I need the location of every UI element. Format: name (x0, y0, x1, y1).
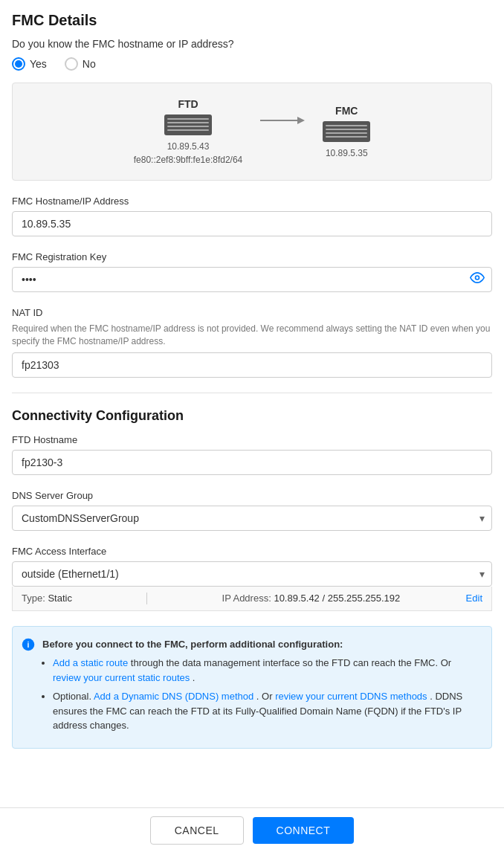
ftd-hostname-section: FTD Hostname (12, 434, 492, 475)
info-banner-list: Add a static route through the data mana… (42, 656, 481, 733)
ftd-ip2: fe80::2ef8:9bff:fe1e:8fd2/64 (134, 155, 243, 165)
nat-id-sublabel: Required when the FMC hostname/IP addres… (12, 323, 492, 348)
connect-button[interactable]: CONNECT (253, 817, 355, 844)
radio-group: Yes No (12, 57, 492, 71)
dns-server-group-label: DNS Server Group (12, 490, 492, 501)
svg-rect-11 (326, 136, 367, 138)
info-banner-item-1: Optional. Add a Dynamic DNS (DDNS) metho… (53, 689, 481, 733)
info-banner: i Before you connect to the FMC, perform… (12, 626, 492, 749)
svg-rect-10 (326, 132, 367, 134)
svg-marker-6 (297, 117, 305, 124)
fmc-access-interface-label: FMC Access Interface (12, 546, 492, 557)
fmc-access-interface-select[interactable]: outside (Ethernet1/1) inside (Ethernet1/… (12, 561, 492, 587)
fmc-label: FMC (335, 105, 358, 117)
fmc-reg-key-input[interactable] (12, 267, 492, 292)
fmc-hostname-input[interactable] (12, 211, 492, 236)
interface-ip-value: 10.89.5.42 / 255.255.255.192 (274, 593, 400, 604)
svg-text:i: i (28, 639, 30, 648)
ftd-icon (164, 113, 212, 138)
page-title: FMC Details (12, 12, 492, 29)
fmc-reg-key-label: FMC Registration Key (12, 251, 492, 262)
arrow-icon (260, 113, 305, 150)
info-item-0-text: through the data management interface so… (131, 657, 451, 668)
review-static-routes-link[interactable]: review your current static routes (53, 672, 190, 683)
ftd-device: FTD 10.89.5.43 fe80::2ef8:9bff:fe1e:8fd2… (134, 98, 243, 165)
fmc-reg-key-section: FMC Registration Key (12, 251, 492, 292)
nat-id-input[interactable] (12, 352, 492, 378)
info-circle-icon: i (22, 638, 35, 738)
connectivity-section-title: Connectivity Configuration (12, 408, 492, 424)
nat-id-label: NAT ID (12, 307, 492, 318)
radio-yes-circle[interactable] (12, 57, 25, 71)
info-item-0-suffix: . (193, 672, 196, 683)
network-diagram: FTD 10.89.5.43 fe80::2ef8:9bff:fe1e:8fd2… (12, 83, 492, 181)
interface-ip-label: IP Address: (222, 593, 271, 604)
svg-rect-7 (323, 121, 370, 142)
interface-edit-link[interactable]: Edit (466, 593, 482, 604)
info-item-1-prefix: Optional. (53, 691, 94, 702)
nat-id-section: NAT ID Required when the FMC hostname/IP… (12, 307, 492, 378)
info-banner-content: Before you connect to the FMC, perform a… (42, 637, 481, 738)
dns-server-group-section: DNS Server Group CustomDNSServerGroup De… (12, 490, 492, 531)
toggle-password-icon[interactable] (470, 271, 485, 289)
ftd-label: FTD (178, 98, 198, 110)
svg-rect-9 (326, 129, 367, 130)
info-bar-divider (146, 593, 147, 604)
ftd-ip1: 10.89.5.43 (167, 141, 210, 152)
ddns-method-link[interactable]: Add a Dynamic DNS (DDNS) method (94, 691, 253, 702)
fmc-ip1: 10.89.5.35 (326, 148, 368, 158)
radio-yes-label: Yes (30, 58, 47, 70)
info-banner-heading: Before you connect to the FMC, perform a… (42, 639, 343, 650)
svg-rect-8 (326, 125, 367, 126)
fmc-hostname-section: FMC Hostname/IP Address (12, 196, 492, 236)
fmc-hostname-label: FMC Hostname/IP Address (12, 196, 492, 207)
dns-server-group-wrapper: CustomDNSServerGroup DefaultDNS ▾ (12, 506, 492, 531)
review-ddns-methods-link[interactable]: review your current DDNS methods (275, 691, 427, 702)
interface-type-value: Static (48, 593, 72, 604)
info-item-1-mid: . Or (256, 691, 275, 702)
static-route-link[interactable]: Add a static route (53, 657, 128, 668)
svg-point-12 (476, 276, 479, 280)
svg-rect-1 (167, 118, 209, 120)
interface-type-label: Type: (22, 593, 45, 604)
interface-info-bar: Type: Static IP Address: 10.89.5.42 / 25… (12, 587, 492, 611)
interface-type-area: Type: Static (22, 593, 72, 604)
ftd-hostname-input[interactable] (12, 450, 492, 475)
ftd-hostname-label: FTD Hostname (12, 434, 492, 445)
question-text: Do you know the FMC hostname or IP addre… (12, 38, 492, 50)
section-divider (12, 393, 492, 393)
dns-server-group-select[interactable]: CustomDNSServerGroup DefaultDNS (12, 506, 492, 531)
radio-yes[interactable]: Yes (12, 57, 47, 71)
svg-rect-4 (167, 129, 209, 131)
svg-rect-0 (164, 114, 212, 135)
radio-no-circle[interactable] (65, 57, 78, 71)
interface-ip-area: IP Address: 10.89.5.42 / 255.255.255.192 (222, 593, 401, 604)
radio-no-label: No (83, 58, 96, 70)
svg-rect-3 (167, 126, 209, 127)
svg-rect-2 (167, 122, 209, 123)
fmc-device: FMC 10.89.5.35 (323, 105, 370, 158)
info-banner-item-0: Add a static route through the data mana… (53, 656, 481, 685)
radio-no[interactable]: No (65, 57, 96, 71)
fmc-reg-key-wrapper (12, 267, 492, 292)
cancel-button[interactable]: CANCEL (150, 816, 244, 845)
fmc-icon (323, 120, 370, 145)
fmc-access-interface-section: FMC Access Interface outside (Ethernet1/… (12, 546, 492, 611)
footer-bar: CANCEL CONNECT (0, 807, 504, 852)
fmc-access-interface-wrapper: outside (Ethernet1/1) inside (Ethernet1/… (12, 561, 492, 587)
